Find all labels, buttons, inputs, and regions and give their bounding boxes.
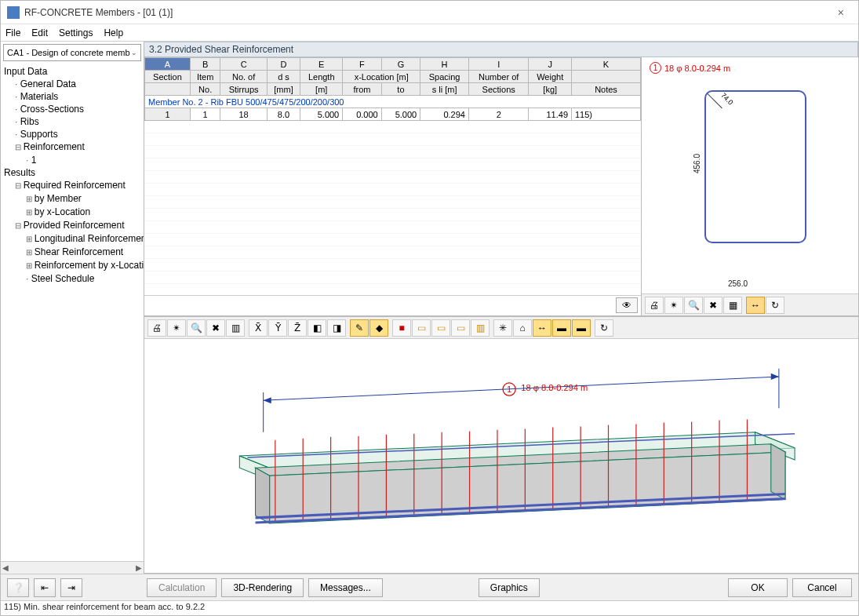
messages-button[interactable]: Messages... (308, 578, 383, 597)
prev-button[interactable]: ⇤ (34, 578, 56, 597)
close-icon[interactable]: × (830, 6, 852, 19)
refresh-button[interactable]: ↻ (766, 297, 784, 314)
col-J[interactable]: J (529, 58, 572, 71)
tb-dim[interactable]: ↔ (533, 319, 551, 337)
cell-numsec[interactable]: 2 (468, 108, 528, 121)
tb-iso[interactable]: ◧ (308, 319, 326, 337)
cross-section-canvas[interactable]: 1 18 φ 8.0-0.294 m 74.0 256.0 456.0 (642, 57, 858, 293)
tree-by-member[interactable]: by Member (1, 192, 144, 206)
cell-weight[interactable]: 11.49 (529, 108, 572, 121)
tree-reinforcement[interactable]: Reinforcement (1, 140, 144, 154)
labels-button[interactable]: ▦ (723, 297, 742, 314)
tb-ratio3[interactable]: ▭ (451, 319, 470, 337)
tree-required-reinf[interactable]: Required Reinforcement (1, 179, 144, 192)
tree-ribs[interactable]: Ribs (1, 115, 144, 128)
cell-item[interactable]: 1 (190, 108, 220, 121)
tree-supports[interactable]: Supports (1, 128, 144, 140)
cell-section[interactable]: 1 (145, 108, 191, 121)
cell-stirrups[interactable]: 18 (220, 108, 267, 121)
cancel-button[interactable]: Cancel (792, 578, 852, 597)
tb-sup[interactable]: ⌂ (513, 319, 532, 337)
tree-shear-reinf[interactable]: Shear Reinforcement (1, 246, 144, 259)
cell-ds[interactable]: 8.0 (267, 108, 300, 121)
col-A[interactable]: A (145, 58, 191, 71)
dimensions-button[interactable]: ↔ (746, 297, 765, 314)
zoom-button[interactable]: 🔍 (684, 297, 703, 314)
menu-settings[interactable]: Settings (59, 27, 93, 38)
help-button[interactable]: ❔ (7, 578, 29, 597)
col-H[interactable]: H (420, 58, 469, 71)
tree-provided-reinf[interactable]: Provided Reinforcement (1, 219, 144, 232)
tree-longitudinal[interactable]: Longitudinal Reinforcement (1, 232, 144, 246)
tb-print[interactable]: 🖨 (147, 319, 166, 337)
data-grid[interactable]: A B C D E F G H I J K Section Item (144, 57, 642, 316)
ok-button[interactable]: OK (728, 578, 788, 597)
print-button[interactable]: 🖨 (645, 297, 664, 314)
tb-clear[interactable]: ✖ (206, 319, 225, 337)
tb-persp[interactable]: ◨ (327, 319, 346, 337)
clear-button[interactable]: ✖ (704, 297, 723, 314)
case-dropdown[interactable]: CA1 - Design of concrete memb ⌄ (3, 44, 141, 61)
cell-from[interactable]: 0.000 (343, 108, 381, 121)
table-row[interactable]: 1 1 18 8.0 5.000 0.000 5.000 0.294 2 11.… (145, 108, 641, 121)
tb-refresh[interactable]: ↻ (595, 319, 613, 337)
tree-reinforcement-1[interactable]: 1 (1, 154, 144, 166)
tb-ratio1[interactable]: ▭ (412, 319, 431, 337)
tree-materials[interactable]: Materials (1, 90, 144, 103)
col-K[interactable]: K (572, 58, 641, 71)
menu-edit[interactable]: Edit (31, 27, 48, 38)
tree-input-data[interactable]: Input Data (1, 65, 144, 78)
tb-ratio2[interactable]: ▭ (431, 319, 450, 337)
3d-rendering-button[interactable]: 3D-Rendering (221, 578, 304, 597)
mode2-icon: ◆ (376, 323, 383, 334)
cell-spacing[interactable]: 0.294 (420, 108, 469, 121)
col-D[interactable]: D (267, 58, 300, 71)
tb-fill[interactable]: ■ (392, 319, 411, 337)
tree-general-data[interactable]: General Data (1, 78, 144, 90)
find-button[interactable]: ✴ (664, 297, 683, 314)
hdr2-notes: Notes (572, 83, 641, 96)
tb-mode2[interactable]: ◆ (369, 319, 388, 337)
tree-steel-schedule[interactable]: Steel Schedule (1, 272, 144, 285)
tb-ratio4[interactable]: ▥ (471, 319, 490, 337)
tb-part[interactable]: ▥ (226, 319, 245, 337)
cell-notes[interactable]: 115) (572, 108, 641, 121)
cell-to[interactable]: 5.000 (381, 108, 420, 121)
hdr2-m: [m] (300, 83, 343, 96)
tb-zoom[interactable]: 🔍 (187, 319, 206, 337)
col-B[interactable]: B (190, 58, 220, 71)
tree-cross-sections[interactable]: Cross-Sections (1, 103, 144, 115)
member-row[interactable]: Member No. 2 - Rib FBU 500/475/475/200/2… (145, 96, 641, 108)
nav-tree[interactable]: Input Data General Data Materials Cross-… (1, 64, 144, 561)
col-G[interactable]: G (381, 58, 420, 71)
tb-viewy[interactable]: Ȳ (268, 319, 287, 337)
view-toggle-button[interactable]: 👁 (616, 297, 638, 313)
col-I[interactable]: I (468, 58, 528, 71)
tree-horizontal-scrollbar[interactable]: ◀ ▶ (1, 561, 144, 574)
tb-pick[interactable]: ✴ (167, 319, 186, 337)
tb-mode1[interactable]: ✎ (350, 319, 369, 337)
tree-results[interactable]: Results (1, 166, 144, 179)
cell-length[interactable]: 5.000 (300, 108, 343, 121)
tb-viewx[interactable]: X̄ (249, 319, 268, 337)
menu-file[interactable]: File (5, 27, 20, 38)
tree-reinf-by-x[interactable]: Reinforcement by x-Location (1, 259, 144, 272)
next-button[interactable]: ⇥ (60, 578, 82, 597)
col-F[interactable]: F (343, 58, 381, 71)
graphics-button[interactable]: Graphics (479, 578, 540, 597)
ratio3-icon: ▭ (457, 323, 465, 334)
col-C[interactable]: C (220, 58, 267, 71)
tb-sec[interactable]: ▬ (552, 319, 571, 337)
tb-viewz[interactable]: Z̄ (288, 319, 307, 337)
rebar-icon: ▬ (577, 323, 586, 334)
scroll-left-icon[interactable]: ◀ (2, 563, 9, 572)
tb-axes[interactable]: ✳ (493, 319, 512, 337)
grid-empty-area (144, 121, 641, 295)
view3d-canvas[interactable]: 1 18 φ 8.0-0.294 m (144, 339, 858, 574)
menu-help[interactable]: Help (104, 27, 123, 38)
scroll-right-icon[interactable]: ▶ (136, 563, 142, 572)
tb-rebar[interactable]: ▬ (572, 319, 591, 337)
tree-by-x-location[interactable]: by x-Location (1, 206, 144, 219)
col-E[interactable]: E (300, 58, 343, 71)
calculation-button[interactable]: Calculation (147, 578, 217, 597)
